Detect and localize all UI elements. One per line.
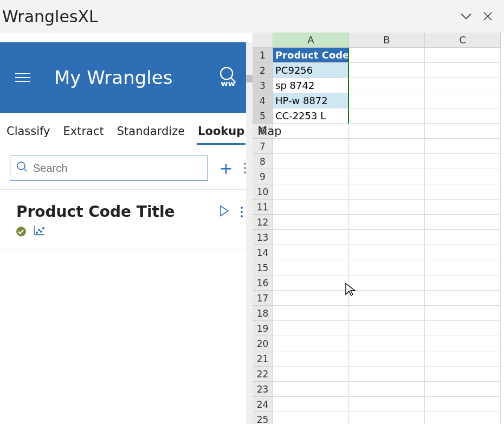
cell[interactable] [349, 108, 425, 124]
cell[interactable] [425, 139, 501, 154]
row-header[interactable]: 23 [253, 382, 273, 397]
cell[interactable] [349, 124, 425, 139]
cell[interactable] [425, 200, 501, 215]
cell[interactable] [273, 382, 349, 397]
tab-standardize[interactable]: Standardize [116, 123, 186, 145]
cell[interactable] [425, 245, 501, 260]
cell[interactable] [425, 230, 501, 245]
search-input[interactable] [33, 162, 202, 175]
row-header[interactable]: 9 [253, 169, 273, 184]
cell[interactable] [273, 397, 349, 412]
tab-extract[interactable]: Extract [62, 123, 105, 145]
row-header[interactable]: 4 [253, 93, 273, 108]
cell[interactable] [349, 321, 425, 336]
cell[interactable] [349, 200, 425, 215]
cell[interactable] [349, 63, 425, 78]
minimize-button[interactable] [455, 5, 477, 27]
cell[interactable] [349, 397, 425, 412]
cell[interactable] [425, 351, 501, 367]
row-header[interactable]: 25 [253, 412, 273, 424]
cell[interactable] [425, 154, 501, 169]
row-header[interactable]: 13 [253, 230, 273, 245]
cell[interactable] [425, 275, 501, 291]
cell[interactable] [349, 139, 425, 154]
cell[interactable] [273, 215, 349, 230]
row-header[interactable]: 18 [253, 306, 273, 321]
cell[interactable] [349, 154, 425, 169]
play-icon[interactable] [219, 205, 230, 219]
cell[interactable] [349, 169, 425, 184]
cell[interactable] [273, 124, 349, 139]
menu-icon[interactable] [15, 70, 30, 85]
cell[interactable] [425, 367, 501, 382]
cell[interactable] [425, 124, 501, 139]
cell[interactable] [349, 93, 425, 108]
cell[interactable] [273, 245, 349, 260]
cell[interactable] [273, 154, 349, 169]
row-header[interactable]: 10 [253, 184, 273, 200]
row-header[interactable]: 3 [253, 78, 273, 93]
cell[interactable] [349, 367, 425, 382]
cell[interactable] [273, 351, 349, 367]
cell[interactable] [273, 139, 349, 154]
tab-map[interactable]: Map [256, 123, 282, 145]
cell[interactable] [273, 260, 349, 275]
row-header[interactable]: 11 [253, 200, 273, 215]
scrollbar-track[interactable] [246, 42, 253, 424]
row-header[interactable]: 5 [253, 108, 273, 124]
cell[interactable] [273, 367, 349, 382]
cell[interactable] [425, 78, 501, 93]
row-header[interactable]: 17 [253, 291, 273, 306]
cell[interactable] [349, 382, 425, 397]
cell[interactable] [273, 275, 349, 291]
cell[interactable] [349, 215, 425, 230]
row-header[interactable]: 12 [253, 215, 273, 230]
cell[interactable] [273, 336, 349, 351]
row-header[interactable]: 19 [253, 321, 273, 336]
cell[interactable] [349, 184, 425, 200]
cell[interactable] [349, 275, 425, 291]
row-header[interactable]: 22 [253, 367, 273, 382]
tab-lookup[interactable]: Lookup [197, 123, 245, 145]
row-header[interactable]: 20 [253, 336, 273, 351]
cell[interactable] [425, 184, 501, 200]
column-header[interactable]: C [425, 33, 501, 48]
cell[interactable] [273, 184, 349, 200]
item-more-icon[interactable] [241, 207, 243, 217]
cell[interactable] [425, 169, 501, 184]
tab-classify[interactable]: Classify [5, 123, 51, 145]
row-header[interactable]: 14 [253, 245, 273, 260]
scrollbar-thumb[interactable] [246, 75, 253, 82]
cell[interactable] [273, 306, 349, 321]
cell[interactable] [349, 291, 425, 306]
cell[interactable] [273, 169, 349, 184]
row-header[interactable]: 8 [253, 154, 273, 169]
cell[interactable] [349, 336, 425, 351]
cell[interactable] [349, 306, 425, 321]
cell[interactable] [425, 215, 501, 230]
cell[interactable] [425, 336, 501, 351]
cell[interactable] [425, 321, 501, 336]
cell[interactable] [425, 260, 501, 275]
row-header[interactable]: 2 [253, 63, 273, 78]
cell[interactable] [273, 412, 349, 424]
cell[interactable] [349, 245, 425, 260]
cell[interactable] [349, 48, 425, 63]
cell[interactable]: HP-w 8872 [273, 93, 349, 108]
cell[interactable] [425, 397, 501, 412]
cell[interactable] [425, 291, 501, 306]
row-header[interactable]: 24 [253, 397, 273, 412]
cell[interactable] [273, 321, 349, 336]
chart-icon[interactable] [34, 225, 46, 238]
cell[interactable] [349, 78, 425, 93]
search-box[interactable] [10, 156, 208, 181]
cell[interactable] [349, 260, 425, 275]
cell[interactable] [349, 412, 425, 424]
spreadsheet[interactable]: ABC1Product Code2PC92563sp 87424HP-w 887… [253, 33, 504, 424]
cell[interactable] [425, 108, 501, 124]
cell[interactable] [273, 230, 349, 245]
column-header[interactable]: A [273, 33, 349, 48]
add-button[interactable]: + [218, 159, 234, 178]
cell[interactable] [425, 412, 501, 424]
row-header[interactable]: 1 [253, 48, 273, 63]
